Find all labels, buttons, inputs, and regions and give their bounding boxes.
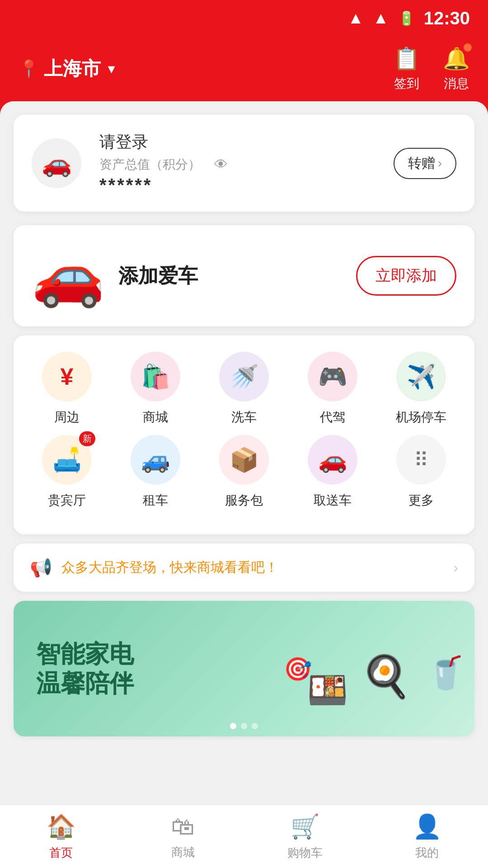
service-label-周边: 周边 — [54, 409, 80, 426]
status-bar: ▲ ▲ 🔋 12:30 — [0, 0, 488, 36]
banner-dot-1 — [230, 723, 236, 729]
nav-cart[interactable]: 🛒 购物车 — [244, 806, 366, 868]
asset-value: ****** — [99, 175, 375, 195]
account-card: 🚗 请登录 资产总值（积分） 👁 ****** 转赠 › — [14, 115, 474, 212]
message-label: 消息 — [444, 75, 469, 92]
service-label-商城: 商城 — [143, 409, 168, 426]
banner-text: 智能家电 温馨陪伴 — [14, 621, 156, 716]
lounge-icon: 🛋️ — [52, 446, 82, 474]
service-item-代驾[interactable]: 🎮 代驾 — [292, 352, 373, 426]
profile-icon: 👤 — [413, 813, 442, 840]
home-icon: 🏠 — [47, 813, 76, 840]
nav-profile-label: 我的 — [415, 845, 439, 861]
location-icon: 📍 — [18, 59, 39, 79]
new-badge: 新 — [79, 431, 95, 446]
banner-title-2: 温馨陪伴 — [36, 669, 134, 698]
service-label-更多: 更多 — [408, 492, 434, 509]
driver-icon: 🎮 — [318, 363, 347, 391]
add-car-card: 🚗 添加爱车 立即添加 — [14, 225, 474, 326]
main-content: 🚗 请登录 资产总值（积分） 👁 ****** 转赠 › 🚗 添加爱车 立即添加 — [0, 101, 488, 818]
service-label-机场停车: 机场停车 — [396, 409, 446, 426]
service-item-贵宾厅[interactable]: 🛋️ 新 贵宾厅 — [26, 435, 108, 509]
banner-title-1: 智能家电 — [36, 639, 134, 669]
service-item-洗车[interactable]: 🚿 洗车 — [203, 352, 285, 426]
banner-dot-2 — [241, 723, 247, 729]
bottom-nav: 🏠 首页 🛍 商城 🛒 购物车 👤 我的 — [0, 805, 488, 868]
banner-section[interactable]: 智能家电 温馨陪伴 🍱 🍳 🥤 🎯 — [14, 601, 474, 736]
oven-icon: 🍱 — [307, 671, 348, 709]
service-item-商城[interactable]: 🛍️ 商城 — [115, 352, 196, 426]
service-item-取送车[interactable]: 🚗 取送车 — [292, 435, 373, 509]
service-icon-周边: ¥ — [42, 352, 92, 401]
service-item-周边[interactable]: ¥ 周边 — [26, 352, 108, 426]
nav-shop[interactable]: 🛍 商城 — [122, 806, 244, 868]
announce-icon: 📢 — [30, 557, 52, 578]
yuan-icon: ¥ — [61, 363, 74, 390]
message-button[interactable]: 🔔 消息 — [443, 45, 470, 92]
service-label-洗车: 洗车 — [231, 409, 257, 426]
pickup-icon: 🚗 — [318, 446, 347, 474]
service-icon-机场停车: ✈️ — [396, 352, 446, 401]
banner-dot-3 — [252, 723, 258, 729]
account-info: 请登录 资产总值（积分） 👁 ****** — [99, 131, 375, 195]
nav-shop-label: 商城 — [171, 844, 195, 860]
login-text[interactable]: 请登录 — [99, 131, 375, 153]
asset-label: 资产总值（积分） — [99, 156, 201, 173]
service-label-代驾: 代驾 — [320, 409, 345, 426]
notification-dot — [464, 43, 472, 52]
airport-icon: ✈️ — [407, 363, 436, 391]
transfer-button[interactable]: 转赠 › — [394, 148, 456, 179]
service-row-2: 🛋️ 新 贵宾厅 🚙 租车 📦 服务包 — [23, 435, 465, 509]
service-label-贵宾厅: 贵宾厅 — [48, 492, 86, 509]
service-item-更多[interactable]: ⠿ 更多 — [380, 435, 462, 509]
shop-icon: 🛍️ — [141, 363, 170, 391]
service-icon-贵宾厅: 🛋️ 新 — [42, 435, 92, 485]
nav-cart-label: 购物车 — [287, 845, 323, 861]
avatar: 🚗 — [32, 138, 81, 188]
service-icon-取送车: 🚗 — [308, 435, 357, 485]
add-car-btn-label: 立即添加 — [375, 267, 437, 284]
nav-profile[interactable]: 👤 我的 — [366, 806, 488, 868]
nav-home[interactable]: 🏠 首页 — [0, 806, 122, 868]
cart-icon: 🛒 — [291, 813, 320, 840]
service-item-租车[interactable]: 🚙 租车 — [115, 435, 196, 509]
banner-products: 🍱 🍳 🥤 🎯 — [239, 610, 474, 736]
battery-icon: 🔋 — [398, 10, 415, 26]
add-car-text: 添加爱车 — [118, 263, 343, 289]
location-selector[interactable]: 📍 上海市 ▾ — [18, 56, 114, 81]
header-actions: 📋 签到 🔔 消息 — [393, 45, 470, 92]
service-item-服务包[interactable]: 📦 服务包 — [203, 435, 285, 509]
checkin-button[interactable]: 📋 签到 — [393, 45, 420, 92]
checkin-label: 签到 — [394, 75, 419, 92]
status-time: 12:30 — [424, 8, 470, 28]
eye-icon[interactable]: 👁 — [214, 157, 228, 172]
pot-icon: 🍳 — [361, 653, 411, 700]
service-icon-服务包: 📦 — [219, 435, 269, 485]
service-item-机场停车[interactable]: ✈️ 机场停车 — [380, 352, 462, 426]
signal-icon: ▲ — [373, 9, 389, 28]
package-icon: 📦 — [230, 446, 259, 474]
rental-icon: 🚙 — [141, 446, 170, 474]
shop-nav-icon: 🛍 — [171, 813, 195, 840]
cooker-icon: 🎯 — [284, 656, 312, 682]
service-icon-洗车: 🚿 — [219, 352, 269, 401]
carwash-icon: 🚿 — [230, 363, 259, 391]
service-icon-代驾: 🎮 — [308, 352, 357, 401]
asset-row: 资产总值（积分） 👁 — [99, 156, 375, 173]
more-icon: ⠿ — [414, 448, 428, 472]
announcement-bar[interactable]: 📢 众多大品齐登场，快来商城看看吧！ › — [14, 543, 474, 592]
transfer-chevron-icon: › — [438, 156, 442, 170]
service-row-1: ¥ 周边 🛍️ 商城 🚿 洗车 🎮 — [23, 352, 465, 426]
add-car-button[interactable]: 立即添加 — [356, 256, 456, 296]
banner-dots — [230, 723, 258, 729]
service-icon-商城: 🛍️ — [131, 352, 180, 401]
chevron-down-icon: ▾ — [108, 61, 114, 76]
transfer-label: 转赠 — [408, 154, 435, 173]
city-name: 上海市 — [44, 56, 101, 81]
wifi-icon: ▲ — [347, 9, 364, 28]
announce-text: 众多大品齐登场，快来商城看看吧！ — [61, 558, 444, 577]
service-grid: ¥ 周边 🛍️ 商城 🚿 洗车 🎮 — [14, 335, 474, 534]
checkin-icon: 📋 — [393, 46, 420, 71]
service-icon-租车: 🚙 — [131, 435, 180, 485]
avatar-car-icon: 🚗 — [42, 149, 72, 178]
